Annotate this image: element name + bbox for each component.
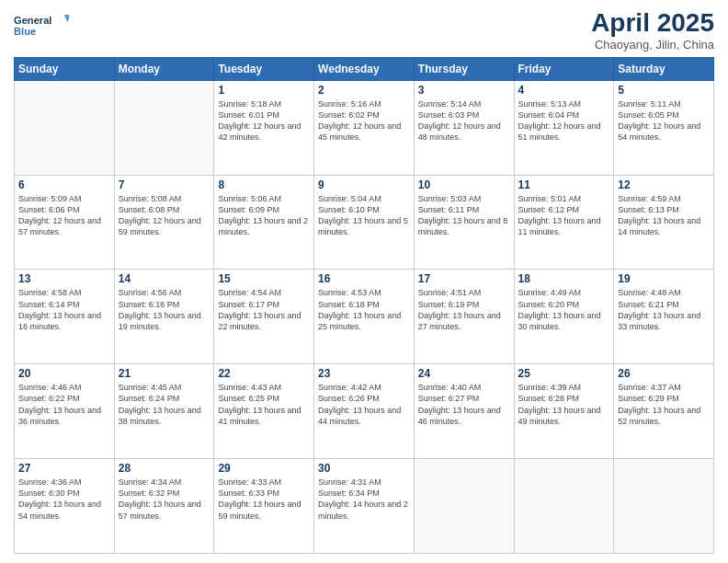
day-number: 14	[119, 272, 210, 285]
calendar-cell: 11Sunrise: 5:01 AM Sunset: 6:12 PM Dayli…	[514, 175, 614, 270]
calendar-cell: 2Sunrise: 5:16 AM Sunset: 6:02 PM Daylig…	[314, 80, 415, 175]
calendar-cell	[614, 459, 714, 554]
day-number: 23	[318, 367, 410, 380]
weekday-header: Friday	[514, 57, 614, 80]
day-number: 15	[218, 272, 310, 285]
weekday-header: Tuesday	[214, 57, 314, 80]
calendar-cell: 28Sunrise: 4:34 AM Sunset: 6:32 PM Dayli…	[114, 459, 214, 554]
day-number: 16	[318, 272, 410, 285]
day-number: 29	[218, 462, 310, 475]
day-number: 3	[418, 84, 510, 97]
day-info: Sunrise: 5:18 AM Sunset: 6:01 PM Dayligh…	[218, 98, 310, 144]
day-number: 2	[318, 84, 410, 97]
main-title: April 2025	[591, 9, 714, 38]
calendar-cell	[15, 80, 115, 175]
calendar-cell: 13Sunrise: 4:58 AM Sunset: 6:14 PM Dayli…	[15, 270, 115, 364]
calendar-cell: 17Sunrise: 4:51 AM Sunset: 6:19 PM Dayli…	[414, 270, 514, 364]
day-number: 17	[418, 272, 510, 285]
day-number: 9	[318, 178, 410, 191]
calendar-cell: 9Sunrise: 5:04 AM Sunset: 6:10 PM Daylig…	[314, 175, 415, 270]
day-info: Sunrise: 4:54 AM Sunset: 6:17 PM Dayligh…	[218, 287, 310, 332]
calendar-cell: 4Sunrise: 5:13 AM Sunset: 6:04 PM Daylig…	[514, 80, 614, 175]
day-number: 12	[618, 178, 710, 191]
day-number: 1	[218, 84, 310, 97]
day-info: Sunrise: 4:36 AM Sunset: 6:30 PM Dayligh…	[18, 477, 110, 522]
calendar-week-row: 13Sunrise: 4:58 AM Sunset: 6:14 PM Dayli…	[15, 270, 714, 364]
calendar-table: SundayMondayTuesdayWednesdayThursdayFrid…	[14, 57, 714, 554]
calendar-cell: 7Sunrise: 5:08 AM Sunset: 6:08 PM Daylig…	[114, 175, 214, 270]
calendar-cell: 21Sunrise: 4:45 AM Sunset: 6:24 PM Dayli…	[114, 364, 214, 459]
calendar-cell: 24Sunrise: 4:40 AM Sunset: 6:27 PM Dayli…	[414, 364, 514, 459]
svg-marker-2	[64, 15, 69, 23]
calendar-cell: 1Sunrise: 5:18 AM Sunset: 6:01 PM Daylig…	[214, 80, 314, 175]
day-info: Sunrise: 4:43 AM Sunset: 6:25 PM Dayligh…	[218, 382, 310, 427]
day-info: Sunrise: 5:08 AM Sunset: 6:08 PM Dayligh…	[119, 193, 210, 238]
day-number: 25	[518, 367, 610, 380]
day-info: Sunrise: 5:09 AM Sunset: 6:06 PM Dayligh…	[18, 193, 110, 238]
calendar-cell: 27Sunrise: 4:36 AM Sunset: 6:30 PM Dayli…	[15, 459, 115, 554]
calendar-cell: 12Sunrise: 4:59 AM Sunset: 6:13 PM Dayli…	[614, 175, 714, 270]
day-number: 13	[18, 272, 110, 285]
day-number: 19	[618, 272, 710, 285]
day-info: Sunrise: 4:45 AM Sunset: 6:24 PM Dayligh…	[119, 382, 210, 427]
calendar-cell	[414, 459, 514, 554]
calendar-week-row: 27Sunrise: 4:36 AM Sunset: 6:30 PM Dayli…	[15, 459, 714, 554]
calendar-cell	[114, 80, 214, 175]
calendar-cell: 20Sunrise: 4:46 AM Sunset: 6:22 PM Dayli…	[15, 364, 115, 459]
day-number: 22	[218, 367, 310, 380]
header: General Blue April 2025 Chaoyang, Jilin,…	[14, 9, 714, 52]
calendar-body: 1Sunrise: 5:18 AM Sunset: 6:01 PM Daylig…	[15, 80, 714, 553]
calendar-cell: 14Sunrise: 4:56 AM Sunset: 6:16 PM Dayli…	[114, 270, 214, 364]
day-number: 7	[119, 178, 210, 191]
svg-text:Blue: Blue	[14, 26, 36, 37]
calendar-week-row: 6Sunrise: 5:09 AM Sunset: 6:06 PM Daylig…	[15, 175, 714, 270]
calendar-cell: 23Sunrise: 4:42 AM Sunset: 6:26 PM Dayli…	[314, 364, 415, 459]
weekday-header: Monday	[114, 57, 214, 80]
day-info: Sunrise: 4:39 AM Sunset: 6:28 PM Dayligh…	[518, 382, 610, 427]
weekday-header: Wednesday	[314, 57, 415, 80]
day-number: 24	[418, 367, 510, 380]
day-info: Sunrise: 5:13 AM Sunset: 6:04 PM Dayligh…	[518, 98, 610, 144]
day-info: Sunrise: 4:34 AM Sunset: 6:32 PM Dayligh…	[119, 477, 210, 522]
calendar-cell: 15Sunrise: 4:54 AM Sunset: 6:17 PM Dayli…	[214, 270, 314, 364]
subtitle: Chaoyang, Jilin, China	[591, 38, 714, 52]
day-number: 18	[518, 272, 610, 285]
day-info: Sunrise: 4:53 AM Sunset: 6:18 PM Dayligh…	[318, 287, 410, 332]
day-info: Sunrise: 4:33 AM Sunset: 6:33 PM Dayligh…	[218, 477, 310, 522]
calendar-cell: 10Sunrise: 5:03 AM Sunset: 6:11 PM Dayli…	[414, 175, 514, 270]
day-number: 28	[119, 462, 210, 475]
weekday-header: Sunday	[15, 57, 115, 80]
day-number: 27	[18, 462, 110, 475]
day-info: Sunrise: 4:42 AM Sunset: 6:26 PM Dayligh…	[318, 382, 410, 427]
calendar-cell: 16Sunrise: 4:53 AM Sunset: 6:18 PM Dayli…	[314, 270, 415, 364]
day-info: Sunrise: 5:11 AM Sunset: 6:05 PM Dayligh…	[618, 98, 710, 144]
day-number: 30	[318, 462, 410, 475]
svg-text:General: General	[14, 15, 51, 26]
weekday-header: Thursday	[414, 57, 514, 80]
calendar-cell	[514, 459, 614, 554]
day-info: Sunrise: 5:14 AM Sunset: 6:03 PM Dayligh…	[418, 98, 510, 144]
day-number: 5	[618, 84, 710, 97]
weekday-header: Saturday	[614, 57, 714, 80]
calendar-cell: 30Sunrise: 4:31 AM Sunset: 6:34 PM Dayli…	[314, 459, 415, 554]
day-info: Sunrise: 4:58 AM Sunset: 6:14 PM Dayligh…	[18, 287, 110, 332]
day-info: Sunrise: 4:48 AM Sunset: 6:21 PM Dayligh…	[618, 287, 710, 332]
day-info: Sunrise: 5:03 AM Sunset: 6:11 PM Dayligh…	[418, 193, 510, 238]
calendar-cell: 6Sunrise: 5:09 AM Sunset: 6:06 PM Daylig…	[15, 175, 115, 270]
logo-svg: General Blue	[14, 9, 69, 42]
day-info: Sunrise: 4:31 AM Sunset: 6:34 PM Dayligh…	[318, 477, 410, 522]
day-number: 8	[218, 178, 310, 191]
day-info: Sunrise: 4:49 AM Sunset: 6:20 PM Dayligh…	[518, 287, 610, 332]
calendar-cell: 26Sunrise: 4:37 AM Sunset: 6:29 PM Dayli…	[614, 364, 714, 459]
calendar-cell: 8Sunrise: 5:06 AM Sunset: 6:09 PM Daylig…	[214, 175, 314, 270]
logo: General Blue	[14, 9, 69, 42]
calendar-cell: 18Sunrise: 4:49 AM Sunset: 6:20 PM Dayli…	[514, 270, 614, 364]
day-info: Sunrise: 5:04 AM Sunset: 6:10 PM Dayligh…	[318, 193, 410, 238]
calendar-cell: 22Sunrise: 4:43 AM Sunset: 6:25 PM Dayli…	[214, 364, 314, 459]
day-info: Sunrise: 5:16 AM Sunset: 6:02 PM Dayligh…	[318, 98, 410, 144]
day-info: Sunrise: 5:06 AM Sunset: 6:09 PM Dayligh…	[218, 193, 310, 238]
calendar-week-row: 20Sunrise: 4:46 AM Sunset: 6:22 PM Dayli…	[15, 364, 714, 459]
day-info: Sunrise: 4:56 AM Sunset: 6:16 PM Dayligh…	[119, 287, 210, 332]
day-number: 11	[518, 178, 610, 191]
day-number: 26	[618, 367, 710, 380]
